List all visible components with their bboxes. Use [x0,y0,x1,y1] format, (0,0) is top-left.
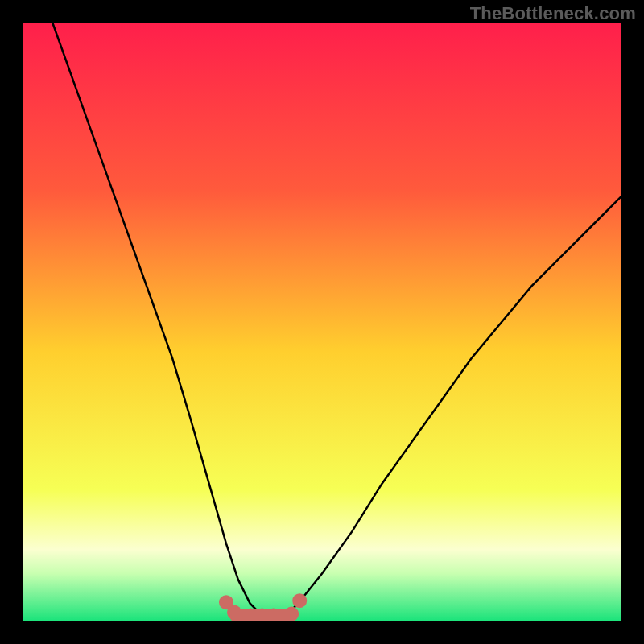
watermark-text: TheBottleneck.com [470,3,636,24]
chart-svg [23,23,621,621]
chart-plot-area [23,23,621,621]
optimal-marker-bar [229,609,296,621]
chart-frame: TheBottleneck.com [0,0,644,644]
optimal-marker-dot [292,593,307,608]
gradient-background [23,23,621,621]
